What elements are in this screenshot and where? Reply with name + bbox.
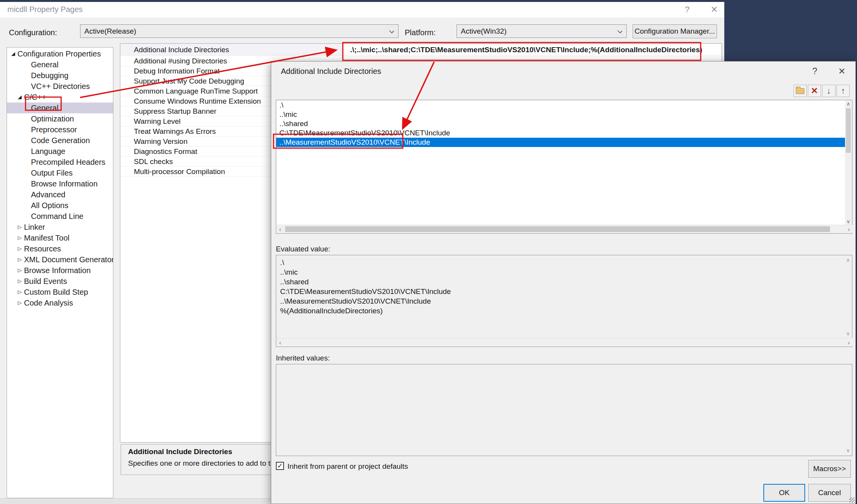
description-title: Additional Include Directories — [128, 448, 232, 456]
collapsed-triangle-icon[interactable]: ▷ — [18, 297, 22, 308]
description-text: Specifies one or more directories to add… — [128, 459, 286, 468]
tree-item-resources[interactable]: ▷Resources — [7, 243, 113, 254]
tree-item-c-cpp[interactable]: ◢C/C++ — [7, 92, 113, 103]
tree-item-debugging[interactable]: Debugging — [7, 70, 113, 81]
platform-value: Active(Win32) — [461, 27, 506, 35]
evaluated-line: %(AdditionalIncludeDirectories) — [276, 306, 852, 316]
arrow-up-icon: ↑ — [841, 87, 845, 95]
move-up-button[interactable]: ↑ — [836, 85, 850, 97]
configuration-tree: ◢Configuration Properties General Debugg… — [7, 47, 113, 498]
inherit-defaults-checkbox[interactable]: ✓ — [276, 462, 284, 470]
tree-item-output-files[interactable]: Output Files — [7, 167, 113, 178]
scroll-down-icon[interactable]: ∨ — [846, 330, 850, 337]
evaluated-value-box[interactable]: .\ ..\mic ..\shared C:\TDE\MeasurementSt… — [276, 255, 852, 347]
inherit-defaults-label: Inherit from parent or project defaults — [287, 462, 408, 471]
chevron-down-icon — [389, 29, 394, 34]
configuration-value: Active(Release) — [84, 27, 136, 35]
tree-item-general[interactable]: General — [7, 59, 113, 70]
expanded-triangle-icon[interactable]: ◢ — [18, 92, 22, 103]
tree-item-vcpp-directories[interactable]: VC++ Directories — [7, 81, 113, 92]
configuration-select[interactable]: Active(Release) — [80, 24, 399, 38]
scrollbar-thumb[interactable] — [846, 108, 851, 153]
scroll-up-icon[interactable]: ∧ — [845, 101, 852, 108]
evaluated-line: ..\mic — [276, 267, 852, 277]
delete-button[interactable]: ✕ — [808, 85, 821, 97]
tree-item-xml-document-generator[interactable]: ▷XML Document Generator — [7, 254, 113, 265]
list-vertical-scrollbar[interactable]: ∧ ∨ — [845, 101, 852, 225]
ok-button[interactable]: OK — [763, 484, 805, 502]
tree-item-custom-build-step[interactable]: ▷Custom Build Step — [7, 287, 113, 297]
collapsed-triangle-icon[interactable]: ▷ — [18, 222, 22, 232]
scroll-right-icon[interactable]: › — [845, 338, 852, 347]
tree-item-browse-information[interactable]: Browse Information — [7, 178, 113, 189]
evaluated-line: ..\MeasurementStudioVS2010\VCNET\Include — [276, 296, 852, 306]
collapsed-triangle-icon[interactable]: ▷ — [18, 254, 22, 265]
new-folder-icon: ✦ — [796, 88, 804, 94]
window-close-icon[interactable]: ✕ — [705, 3, 724, 16]
additional-include-directories-dialog: Additional Include Directories ? ✕ ✦ ✕ ↓… — [271, 61, 856, 504]
scroll-up-icon[interactable]: ∧ — [846, 257, 850, 263]
tree-item-precompiled-headers[interactable]: Precompiled Headers — [7, 157, 113, 167]
evaluated-horizontal-scrollbar[interactable]: ‹ › — [277, 338, 852, 346]
collapsed-triangle-icon[interactable]: ▷ — [18, 232, 22, 243]
inherited-values-box[interactable]: ∨ — [276, 364, 852, 456]
directory-item[interactable]: ..\mic — [276, 110, 845, 119]
tree-item-browse-information-2[interactable]: ▷Browse Information — [7, 265, 113, 276]
directory-item-selected[interactable]: ..\MeasurementStudioVS2010\VCNET\Include — [276, 138, 845, 147]
collapsed-triangle-icon[interactable]: ▷ — [18, 287, 22, 297]
dialog-title: Additional Include Directories — [281, 67, 381, 76]
expanded-triangle-icon[interactable]: ◢ — [11, 48, 15, 59]
collapsed-triangle-icon[interactable]: ▷ — [18, 276, 22, 287]
chevron-down-icon — [618, 29, 623, 34]
tree-item-optimization[interactable]: Optimization — [7, 113, 113, 124]
tree-item-command-line[interactable]: Command Line — [7, 211, 113, 222]
arrow-down-icon: ↓ — [827, 87, 831, 95]
dialog-help-icon[interactable]: ? — [806, 65, 824, 78]
tree-item-code-analysis[interactable]: ▷Code Analysis — [7, 297, 113, 308]
platform-label: Platform: — [405, 28, 436, 37]
scroll-right-icon[interactable]: › — [845, 225, 852, 233]
tree-item-linker[interactable]: ▷Linker — [7, 222, 113, 232]
inherited-values-label: Inherited values: — [276, 354, 330, 362]
window-help-icon[interactable]: ? — [678, 3, 696, 16]
directory-item[interactable]: .\ — [276, 101, 845, 110]
directory-item[interactable]: ..\shared — [276, 119, 845, 128]
evaluated-line: C:\TDE\MeasurementStudioVS2010\VCNET\Inc… — [276, 287, 852, 296]
tree-item-preprocessor[interactable]: Preprocessor — [7, 124, 113, 135]
scroll-left-icon[interactable]: ‹ — [277, 225, 284, 233]
additional-include-directories-value-field[interactable]: .\;..\mic;..\shared;C:\TDE\MeasurementSt… — [344, 44, 721, 56]
collapsed-triangle-icon[interactable]: ▷ — [18, 265, 22, 276]
tree-item-c-cpp-general-selected[interactable]: General — [7, 103, 113, 113]
scrollbar-thumb[interactable] — [285, 226, 830, 232]
move-down-button[interactable]: ↓ — [822, 85, 835, 97]
configuration-manager-button[interactable]: Configuration Manager... — [633, 24, 717, 38]
window-title: micdll Property Pages — [7, 5, 83, 14]
evaluated-line: .\ — [276, 258, 852, 267]
directory-item[interactable]: C:\TDE\MeasurementStudioVS2010\VCNET\Inc… — [276, 128, 845, 138]
tree-item-language[interactable]: Language — [7, 146, 113, 157]
window-titlebar: micdll Property Pages ? ✕ — [0, 2, 724, 17]
tree-item-all-options[interactable]: All Options — [7, 200, 113, 211]
property-row-additional-include-directories[interactable]: Additional Include Directories .\;..\mic… — [120, 44, 722, 56]
dialog-close-icon[interactable]: ✕ — [833, 65, 851, 78]
tree-item-build-events[interactable]: ▷Build Events — [7, 276, 113, 287]
tree-item-manifest-tool[interactable]: ▷Manifest Tool — [7, 232, 113, 243]
tree-item-code-generation[interactable]: Code Generation — [7, 135, 113, 146]
desktop-backdrop: micdll Property Pages ? ✕ Configuration:… — [0, 0, 857, 504]
evaluated-line: ..\shared — [276, 277, 852, 287]
delete-x-icon: ✕ — [811, 87, 818, 95]
list-horizontal-scrollbar[interactable]: ‹ › — [277, 225, 852, 233]
collapsed-triangle-icon[interactable]: ▷ — [18, 243, 22, 254]
tree-item-configuration-properties[interactable]: ◢Configuration Properties — [7, 48, 113, 59]
scroll-down-icon[interactable]: ∨ — [846, 447, 850, 453]
evaluated-value-label: Evaluated value: — [276, 245, 330, 253]
configuration-label: Configuration: — [9, 28, 57, 37]
platform-select[interactable]: Active(Win32) — [457, 24, 627, 38]
resize-grip[interactable] — [849, 497, 855, 503]
tree-item-advanced[interactable]: Advanced — [7, 189, 113, 200]
macros-button[interactable]: Macros>> — [808, 460, 851, 478]
scroll-down-icon[interactable]: ∨ — [845, 218, 852, 225]
scroll-left-icon[interactable]: ‹ — [277, 338, 284, 347]
new-line-button[interactable]: ✦ — [794, 85, 807, 97]
cancel-button[interactable]: Cancel — [808, 484, 851, 502]
